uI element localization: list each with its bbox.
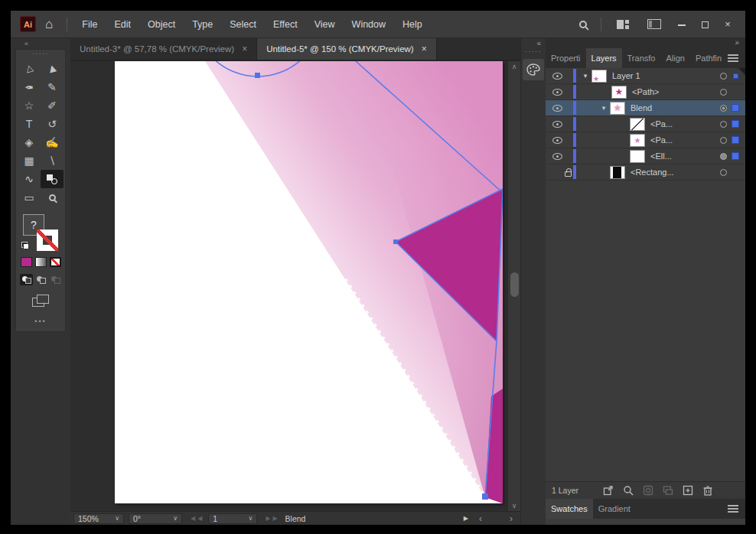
collapse-dock-icon[interactable]: » — [546, 38, 745, 48]
anchor-point[interactable] — [482, 493, 488, 500]
shaper-tool[interactable]: ✍ — [41, 133, 64, 151]
collect-for-export-icon[interactable] — [603, 485, 614, 496]
visibility-toggle[interactable] — [546, 105, 573, 112]
vertical-scrollbar[interactable]: ∧ ∨ — [507, 61, 520, 511]
panel-grip[interactable]: ⋅⋅⋅⋅⋅ — [32, 50, 50, 60]
visibility-toggle[interactable] — [546, 73, 573, 80]
artboard-navigation-dropdown[interactable]: 1 ∨ — [208, 513, 257, 524]
visibility-toggle[interactable] — [546, 153, 573, 160]
layer-name[interactable]: <Rectang... — [631, 168, 674, 177]
tab-align[interactable]: Align — [660, 48, 689, 68]
layer-row-path[interactable]: <Path> — [546, 84, 745, 100]
eyedropper-tool[interactable]: ∖ — [41, 151, 64, 170]
visibility-toggle[interactable] — [546, 89, 573, 96]
color-panel-icon[interactable] — [523, 59, 544, 80]
draw-normal-button[interactable] — [20, 274, 33, 285]
anchor-point[interactable] — [393, 239, 398, 244]
close-button[interactable]: × — [716, 18, 739, 30]
draw-behind-button[interactable] — [34, 274, 47, 285]
menu-object[interactable]: Object — [139, 19, 184, 30]
visibility-toggle[interactable] — [546, 137, 573, 144]
target-circle[interactable] — [720, 89, 727, 96]
layer-thumbnail[interactable] — [630, 118, 645, 131]
curvature-tool[interactable]: ✎ — [41, 78, 64, 96]
edit-toolbar-ellipsis[interactable]: ••• — [34, 317, 46, 325]
blend-tool-selected[interactable] — [41, 170, 64, 188]
layer-row-path-child[interactable]: <Pa... — [546, 116, 745, 132]
menu-file[interactable]: File — [73, 19, 106, 30]
color-swatch[interactable] — [21, 257, 32, 267]
canvas-viewport[interactable]: ∧ ∨ — [70, 60, 520, 511]
tab-gradient[interactable]: Gradient — [593, 499, 636, 519]
target-circle[interactable] — [720, 121, 727, 128]
menu-edit[interactable]: Edit — [106, 19, 139, 30]
default-fill-stroke-icon[interactable] — [21, 242, 29, 249]
layer-name[interactable]: <Pa... — [650, 119, 673, 129]
application-frame-icon[interactable] — [647, 19, 661, 29]
expand-chevron-icon[interactable]: ▾ — [598, 104, 610, 112]
maximize-button[interactable] — [693, 18, 716, 30]
anchor-point[interactable] — [255, 73, 260, 78]
scroll-down-icon[interactable]: ∨ — [508, 502, 520, 510]
target-circle-selected[interactable] — [720, 105, 727, 112]
layer-thumbnail[interactable] — [630, 134, 645, 147]
arrange-documents-icon[interactable] — [617, 20, 629, 29]
tab-properties[interactable]: Properti — [546, 48, 586, 68]
panel-menu-icon[interactable] — [728, 508, 738, 510]
layer-row-blend-selected[interactable]: ▾ Blend — [546, 100, 745, 116]
search-icon[interactable] — [579, 21, 587, 28]
screen-mode-button[interactable] — [32, 295, 49, 307]
scroll-left-icon[interactable]: ‹ — [479, 513, 482, 524]
tab-transform[interactable]: Transfo — [622, 48, 661, 68]
rotation-dropdown[interactable]: 0° ∨ — [129, 513, 182, 524]
layer-thumbnail[interactable] — [610, 166, 625, 179]
layer-name[interactable]: Layer 1 — [612, 71, 640, 80]
mesh-tool[interactable]: ▦ — [18, 151, 41, 170]
layer-row-ellipse-child[interactable]: <Ell... — [546, 148, 745, 164]
app-logo-icon[interactable]: Ai — [20, 16, 36, 32]
layer-row-layer1[interactable]: ▾ Layer 1 — [546, 68, 745, 84]
scrollbar-thumb[interactable] — [510, 272, 519, 297]
selection-tool[interactable]: ▷ — [18, 60, 41, 78]
dock-collapse-icon[interactable]: « — [11, 38, 70, 49]
visibility-toggle[interactable] — [546, 121, 573, 128]
eraser-tool[interactable]: ◈ — [18, 133, 41, 151]
menu-select[interactable]: Select — [221, 19, 265, 30]
target-circle[interactable] — [720, 137, 727, 144]
layer-thumbnail[interactable] — [610, 102, 625, 115]
pen-tool[interactable]: ✒ — [18, 78, 41, 96]
menu-help[interactable]: Help — [394, 19, 431, 30]
tab-close-icon[interactable]: × — [242, 44, 247, 54]
status-menu-arrow-icon[interactable]: ▶ — [464, 515, 468, 522]
artboard-tool[interactable]: ▭ — [18, 188, 41, 207]
menu-effect[interactable]: Effect — [265, 19, 306, 30]
layer-row-path-child[interactable]: <Pa... — [546, 132, 745, 148]
none-swatch[interactable] — [50, 257, 61, 267]
scroll-up-icon[interactable]: ∧ — [508, 63, 520, 70]
layer-name[interactable]: <Ell... — [650, 151, 672, 161]
stroke-none-box[interactable] — [37, 230, 58, 251]
gradient-swatch[interactable] — [35, 257, 47, 267]
locate-object-icon[interactable] — [623, 485, 634, 496]
layer-thumbnail[interactable] — [630, 150, 645, 163]
width-tool[interactable]: ∿ — [18, 170, 41, 188]
menu-window[interactable]: Window — [344, 19, 394, 30]
zoom-tool[interactable] — [41, 188, 64, 207]
artboard[interactable] — [115, 61, 503, 503]
layer-name[interactable]: <Path> — [632, 87, 659, 96]
next-last-artboard-icons[interactable]: ▶▶ — [266, 515, 279, 522]
type-tool[interactable]: T — [18, 115, 41, 133]
rotate-tool[interactable]: ↺ — [41, 115, 64, 133]
panel-grip[interactable]: ⋅⋅⋅⋅⋅ — [525, 47, 543, 57]
delete-layer-icon[interactable] — [702, 485, 714, 496]
panel-menu-icon[interactable] — [728, 57, 738, 59]
home-icon[interactable]: ⌂ — [45, 17, 53, 32]
expand-chevron-icon[interactable]: ▾ — [579, 72, 591, 80]
target-circle[interactable] — [720, 73, 727, 80]
target-circle[interactable] — [720, 169, 727, 176]
scroll-right-icon[interactable]: › — [510, 513, 513, 524]
tab-swatches[interactable]: Swatches — [546, 499, 593, 519]
layer-thumbnail[interactable] — [611, 86, 627, 99]
direct-selection-tool[interactable]: ▶ — [41, 60, 64, 78]
canvas-artwork[interactable] — [115, 61, 503, 503]
